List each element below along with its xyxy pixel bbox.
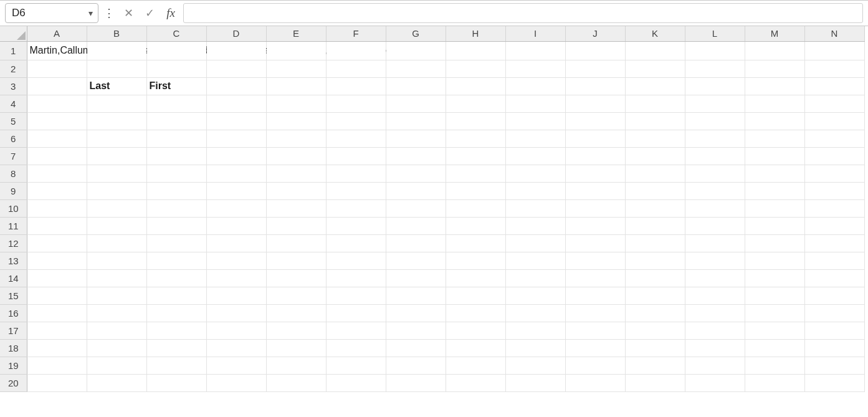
cell-E19[interactable] xyxy=(266,357,326,374)
cell-K5[interactable] xyxy=(625,112,685,130)
cell-E11[interactable] xyxy=(266,217,326,234)
cell-G6[interactable] xyxy=(386,130,446,147)
column-header-K[interactable]: K xyxy=(625,26,685,41)
cell-G9[interactable] xyxy=(386,182,446,199)
cell-F6[interactable] xyxy=(326,130,386,147)
cell-H16[interactable] xyxy=(446,304,505,322)
cell-M18[interactable] xyxy=(745,339,804,357)
cell-G20[interactable] xyxy=(386,374,446,391)
cell-I10[interactable] xyxy=(505,199,565,217)
cell-K17[interactable] xyxy=(625,322,685,339)
cell-A1[interactable]: Martin,Callum;Stevens,Joseph;Coulhard,Me… xyxy=(27,41,87,60)
cell-N1[interactable] xyxy=(804,41,864,60)
cell-F12[interactable] xyxy=(326,234,386,252)
cell-H19[interactable] xyxy=(446,357,505,374)
cell-E3[interactable] xyxy=(266,77,326,95)
cell-M13[interactable] xyxy=(745,252,804,269)
cell-H15[interactable] xyxy=(446,287,505,304)
cell-N19[interactable] xyxy=(804,357,864,374)
cell-D3[interactable] xyxy=(206,77,266,95)
cell-D17[interactable] xyxy=(206,322,266,339)
cell-H8[interactable] xyxy=(446,165,505,182)
cell-M19[interactable] xyxy=(745,357,804,374)
cell-M5[interactable] xyxy=(745,112,804,130)
cell-C12[interactable] xyxy=(146,234,206,252)
cell-B16[interactable] xyxy=(87,304,146,322)
cell-E7[interactable] xyxy=(266,147,326,165)
column-header-M[interactable]: M xyxy=(745,26,804,41)
cell-B4[interactable] xyxy=(87,95,146,112)
cell-D15[interactable] xyxy=(206,287,266,304)
cell-N8[interactable] xyxy=(804,165,864,182)
cell-F19[interactable] xyxy=(326,357,386,374)
cell-H11[interactable] xyxy=(446,217,505,234)
cell-M10[interactable] xyxy=(745,199,804,217)
cell-I15[interactable] xyxy=(505,287,565,304)
cell-D14[interactable] xyxy=(206,269,266,287)
row-header-7[interactable]: 7 xyxy=(0,147,27,165)
cell-N4[interactable] xyxy=(804,95,864,112)
cell-J1[interactable] xyxy=(565,41,625,60)
cell-I18[interactable] xyxy=(505,339,565,357)
column-header-J[interactable]: J xyxy=(565,26,625,41)
cell-G12[interactable] xyxy=(386,234,446,252)
cell-G10[interactable] xyxy=(386,199,446,217)
cell-B17[interactable] xyxy=(87,322,146,339)
formula-input[interactable] xyxy=(189,8,857,19)
cell-C18[interactable] xyxy=(146,339,206,357)
cell-N20[interactable] xyxy=(804,374,864,391)
cell-F16[interactable] xyxy=(326,304,386,322)
cell-G1[interactable] xyxy=(386,41,446,60)
row-header-5[interactable]: 5 xyxy=(0,112,27,130)
cell-B19[interactable] xyxy=(87,357,146,374)
cell-G7[interactable] xyxy=(386,147,446,165)
cell-I20[interactable] xyxy=(505,374,565,391)
cell-E10[interactable] xyxy=(266,199,326,217)
name-box[interactable]: ▾ xyxy=(5,3,98,23)
row-header-1[interactable]: 1 xyxy=(0,41,27,60)
cell-N16[interactable] xyxy=(804,304,864,322)
cell-M8[interactable] xyxy=(745,165,804,182)
cell-E8[interactable] xyxy=(266,165,326,182)
cell-L17[interactable] xyxy=(685,322,745,339)
cell-A14[interactable] xyxy=(27,269,87,287)
cell-F11[interactable] xyxy=(326,217,386,234)
row-header-20[interactable]: 20 xyxy=(0,374,27,391)
cell-I14[interactable] xyxy=(505,269,565,287)
cell-H12[interactable] xyxy=(446,234,505,252)
cell-J17[interactable] xyxy=(565,322,625,339)
cell-C17[interactable] xyxy=(146,322,206,339)
row-header-19[interactable]: 19 xyxy=(0,357,27,374)
cell-J12[interactable] xyxy=(565,234,625,252)
cell-C19[interactable] xyxy=(146,357,206,374)
cell-M2[interactable] xyxy=(745,60,804,77)
row-header-17[interactable]: 17 xyxy=(0,322,27,339)
cell-H9[interactable] xyxy=(446,182,505,199)
cell-F3[interactable] xyxy=(326,77,386,95)
cell-H4[interactable] xyxy=(446,95,505,112)
cell-G15[interactable] xyxy=(386,287,446,304)
cell-C16[interactable] xyxy=(146,304,206,322)
cell-J6[interactable] xyxy=(565,130,625,147)
cell-A12[interactable] xyxy=(27,234,87,252)
cell-H18[interactable] xyxy=(446,339,505,357)
cell-E6[interactable] xyxy=(266,130,326,147)
cell-B15[interactable] xyxy=(87,287,146,304)
cell-C13[interactable] xyxy=(146,252,206,269)
cell-D8[interactable] xyxy=(206,165,266,182)
cell-N7[interactable] xyxy=(804,147,864,165)
cell-I13[interactable] xyxy=(505,252,565,269)
cell-L1[interactable] xyxy=(685,41,745,60)
cell-D6[interactable] xyxy=(206,130,266,147)
cell-H10[interactable] xyxy=(446,199,505,217)
cell-A19[interactable] xyxy=(27,357,87,374)
cell-F15[interactable] xyxy=(326,287,386,304)
cell-D5[interactable] xyxy=(206,112,266,130)
cell-G17[interactable] xyxy=(386,322,446,339)
cell-K3[interactable] xyxy=(625,77,685,95)
cell-D10[interactable] xyxy=(206,199,266,217)
column-header-L[interactable]: L xyxy=(685,26,745,41)
cell-K9[interactable] xyxy=(625,182,685,199)
cell-A8[interactable] xyxy=(27,165,87,182)
cell-J15[interactable] xyxy=(565,287,625,304)
